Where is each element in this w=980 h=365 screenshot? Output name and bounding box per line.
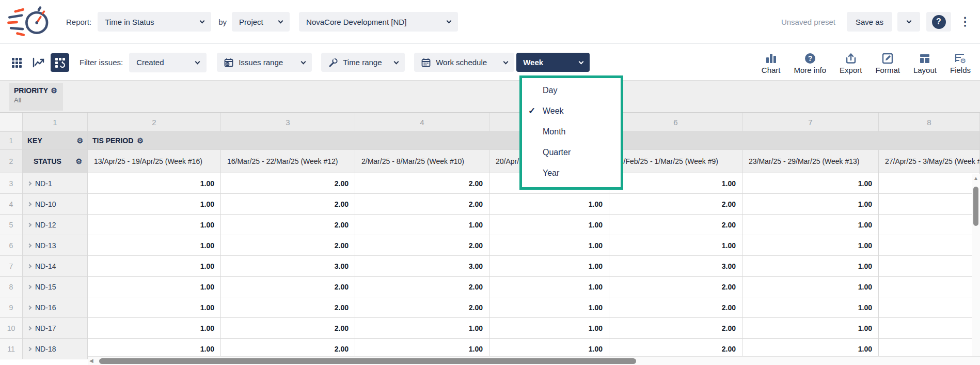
expand-chevron-icon[interactable]	[27, 346, 31, 351]
column-number-header[interactable]: 3	[221, 113, 355, 132]
group-by-select[interactable]: Project	[232, 12, 290, 32]
value-cell[interactable]: 1.00	[88, 194, 221, 215]
report-type-select[interactable]: Time in Status	[98, 12, 211, 32]
issues-range-button[interactable]: Issues range	[217, 53, 312, 72]
period-menu-item-quarter[interactable]: Quarter	[522, 142, 621, 163]
value-cell[interactable]	[879, 318, 980, 339]
value-cell[interactable]	[879, 215, 980, 235]
issue-key-cell[interactable]: ND-16	[23, 297, 88, 318]
issue-key-cell[interactable]: ND-18	[23, 339, 88, 359]
chart-view-button[interactable]	[29, 53, 48, 72]
value-cell[interactable]: 1.00	[489, 318, 609, 339]
time-range-button[interactable]: Time range	[321, 53, 405, 72]
more-info-tool-button[interactable]: ? More info	[794, 50, 827, 74]
period-column-header[interactable]: 27/Apr/25 - 3/May/25 (Week #18)	[879, 150, 980, 173]
value-cell[interactable]: 1.00	[742, 297, 879, 318]
issue-key-cell[interactable]: ND-12	[23, 215, 88, 235]
value-cell[interactable]	[879, 277, 980, 297]
period-column-header[interactable]: 23/Feb/25 - 1/Mar/25 (Week #9)	[609, 150, 742, 173]
scroll-up-arrow-icon[interactable]: ▲	[973, 175, 978, 181]
value-cell[interactable]: 1.00	[88, 256, 221, 277]
period-column-header[interactable]: 16/Mar/25 - 22/Mar/25 (Week #12)	[221, 150, 355, 173]
value-cell[interactable]: 1.00	[742, 194, 879, 215]
issue-key-cell[interactable]: ND-13	[23, 235, 88, 256]
value-cell[interactable]: 1.00	[88, 297, 221, 318]
expand-chevron-icon[interactable]	[27, 264, 31, 268]
export-tool-button[interactable]: Export	[840, 50, 862, 74]
vertical-scrollbar-thumb[interactable]	[973, 187, 978, 226]
column-number-header[interactable]: 6	[609, 113, 742, 132]
value-cell[interactable]: 1.00	[88, 235, 221, 256]
period-menu-item-week[interactable]: ✓Week	[522, 101, 621, 121]
expand-chevron-icon[interactable]	[27, 305, 31, 309]
value-cell[interactable]: 2.00	[609, 194, 742, 215]
period-menu-item-year[interactable]: Year	[522, 163, 621, 184]
period-column-header[interactable]: 2/Mar/25 - 8/Mar/25 (Week #10)	[355, 150, 489, 173]
column-number-header[interactable]: 1	[23, 113, 88, 132]
chart-tool-button[interactable]: Chart	[762, 50, 781, 74]
work-schedule-button[interactable]: Work schedule	[414, 53, 514, 72]
value-cell[interactable]: 1.00	[742, 235, 879, 256]
scroll-left-arrow-icon[interactable]: ◀	[89, 358, 93, 363]
value-cell[interactable]: 1.00	[742, 173, 879, 194]
value-cell[interactable]: 1.00	[88, 215, 221, 235]
issue-key-cell[interactable]: ND-17	[23, 318, 88, 339]
value-cell[interactable]: 3.00	[355, 256, 489, 277]
layout-tool-button[interactable]: Layout	[913, 50, 937, 74]
project-select[interactable]: NovaCore Development [ND]	[299, 12, 458, 32]
value-cell[interactable]: 1.00	[88, 277, 221, 297]
horizontal-scrollbar[interactable]: ◀	[88, 356, 980, 365]
value-cell[interactable]: 1.00	[742, 256, 879, 277]
key-column-header[interactable]: KEY⚙	[23, 132, 88, 150]
value-cell[interactable]: 2.00	[221, 173, 355, 194]
grid-view-button[interactable]	[7, 53, 26, 72]
save-as-dropdown-button[interactable]	[897, 12, 920, 32]
value-cell[interactable]: 2.00	[609, 297, 742, 318]
value-cell[interactable]: 2.00	[221, 194, 355, 215]
value-cell[interactable]: 2.00	[221, 235, 355, 256]
more-options-button[interactable]: ⋮	[957, 12, 973, 32]
column-number-header[interactable]: 8	[879, 113, 980, 132]
period-column-header[interactable]: 23/Mar/25 - 29/Mar/25 (Week #13)	[742, 150, 879, 173]
value-cell[interactable]: 1.00	[489, 277, 609, 297]
vertical-scrollbar[interactable]: ▲	[972, 174, 980, 356]
help-button[interactable]: ?	[926, 12, 951, 32]
save-as-button[interactable]: Save as	[847, 12, 892, 32]
value-cell[interactable]: 2.00	[221, 215, 355, 235]
fields-tool-button[interactable]: ⚙ Fields	[950, 50, 971, 74]
priority-filter[interactable]: PRIORITY ⚙ All	[9, 83, 63, 111]
value-cell[interactable]: 2.00	[221, 277, 355, 297]
period-menu-item-day[interactable]: Day	[522, 80, 621, 101]
column-number-header[interactable]: 2	[88, 113, 221, 132]
value-cell[interactable]: 2.00	[355, 297, 489, 318]
value-cell[interactable]: 1.00	[88, 318, 221, 339]
value-cell[interactable]: 1.00	[88, 173, 221, 194]
period-select-button[interactable]: Week	[516, 53, 590, 72]
value-cell[interactable]: 1.00	[609, 235, 742, 256]
status-header[interactable]: STATUS⚙	[23, 150, 88, 173]
value-cell[interactable]	[879, 297, 980, 318]
value-cell[interactable]: 1.00	[742, 318, 879, 339]
value-cell[interactable]: 2.00	[221, 297, 355, 318]
pivot-view-button[interactable]	[51, 53, 69, 72]
value-cell[interactable]: 2.00	[609, 215, 742, 235]
value-cell[interactable]: 2.00	[609, 318, 742, 339]
column-number-header[interactable]: 4	[355, 113, 489, 132]
value-cell[interactable]: 1.00	[489, 297, 609, 318]
tis-period-settings-gear-icon[interactable]: ⚙	[137, 137, 144, 144]
filter-issues-select[interactable]: Created	[129, 53, 207, 72]
value-cell[interactable]: 2.00	[355, 194, 489, 215]
expand-chevron-icon[interactable]	[27, 181, 31, 185]
priority-settings-gear-icon[interactable]: ⚙	[51, 87, 57, 94]
value-cell[interactable]: 1.00	[489, 256, 609, 277]
period-menu-item-month[interactable]: Month	[522, 121, 621, 142]
value-cell[interactable]	[879, 256, 980, 277]
horizontal-scrollbar-thumb[interactable]	[99, 358, 636, 364]
value-cell[interactable]	[879, 173, 980, 194]
expand-chevron-icon[interactable]	[27, 243, 31, 247]
expand-chevron-icon[interactable]	[27, 326, 31, 330]
column-number-header[interactable]: 7	[742, 113, 879, 132]
expand-chevron-icon[interactable]	[27, 284, 31, 288]
value-cell[interactable]: 1.00	[609, 173, 742, 194]
value-cell[interactable]: 1.00	[742, 215, 879, 235]
